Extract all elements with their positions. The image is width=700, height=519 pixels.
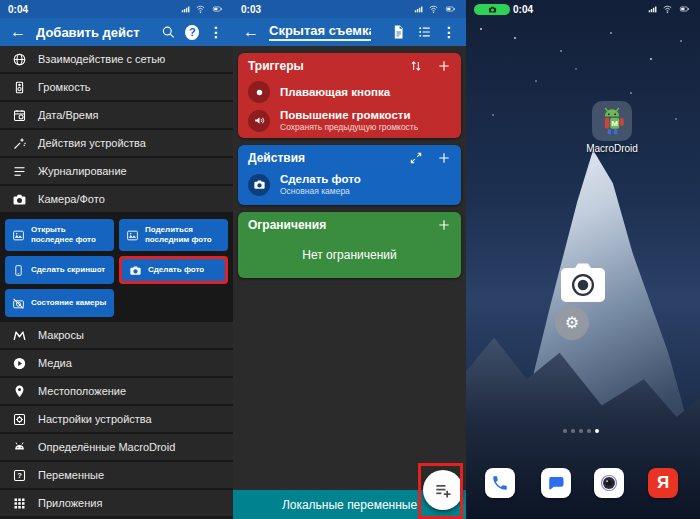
category-logging[interactable]: Журналирование [0,158,233,186]
page-dot [587,429,591,433]
battery-icon [677,4,692,14]
template-doc-icon[interactable] [391,24,406,40]
signal-icon [413,4,424,14]
photo-icon [12,229,25,242]
wifi-icon [662,4,673,14]
category-macros[interactable]: Макросы [0,322,233,350]
recording-camera-icon [488,5,497,14]
floating-camera-button[interactable] [558,261,608,305]
messages-app-icon[interactable] [541,468,571,498]
add-action-screen: 0:04 ← Добавить дейст… ? ⋮ Взаимодействи… [0,0,233,519]
location-icon [12,384,27,399]
category-camera-photo[interactable]: Камера/Фото [0,186,233,214]
category-macrodroid-specific[interactable]: Определённые MacroDroid [0,434,233,462]
page-title: Добавить дейст… [36,25,141,40]
take-photo-icon [129,264,142,277]
battery-icon [443,4,458,14]
list-view-icon[interactable] [417,24,432,40]
home-page-dots [563,429,599,433]
category-volume[interactable]: Громкость [0,74,233,102]
share-photo-icon [126,229,139,242]
action-category-list: Взаимодействие с сетью Громкость Дата/Вр… [0,46,233,519]
globe-icon [12,52,27,67]
floating-gear-button[interactable]: ⚙ [555,306,589,340]
search-icon[interactable] [161,24,175,40]
help-icon[interactable]: ? [185,25,199,40]
camera-recording-pill [474,4,510,15]
status-time: 0:04 [8,4,28,15]
page-dot-active [595,429,599,433]
category-device-settings[interactable]: Настройки устройства [0,406,233,434]
category-applications[interactable]: Приложения [0,490,233,518]
overflow-menu-icon[interactable]: ⋮ [442,25,456,39]
expand-icon[interactable] [409,151,423,165]
action-item-take-photo[interactable]: Сделать фото Основная камера [238,169,461,205]
camera-app-icon[interactable] [594,468,624,498]
add-action-icon[interactable] [437,151,451,165]
highlight-rectangle-fab [418,463,463,519]
camera-state-button[interactable]: Состояние камеры [5,289,114,317]
macro-m-icon [12,328,27,343]
camera-state-icon [12,297,25,310]
category-variables[interactable]: Переменные [0,462,233,490]
calendar-icon [12,108,27,123]
page-dot [563,429,567,433]
add-trigger-icon[interactable] [437,59,451,73]
open-last-photo-button[interactable]: Открыть последнее фото [5,219,114,251]
category-network[interactable]: Взаимодействие с сетью [0,46,233,74]
camera-icon [248,174,270,196]
media-play-icon [12,356,27,371]
wifi-icon [195,4,206,14]
take-photo-button[interactable]: Сделать фото [119,256,228,284]
page-dot [571,429,575,433]
macrodroid-app-label: MacroDroid [552,143,672,154]
overflow-menu-icon[interactable]: ⋮ [209,25,223,39]
wallpaper-stars [480,28,482,30]
yandex-app-icon[interactable]: Я [648,468,678,498]
actions-header: Действия [238,145,461,169]
battery-icon [210,4,225,14]
page-dot [579,429,583,433]
yandex-letter: Я [657,473,669,493]
add-constraint-icon[interactable] [437,218,451,232]
gear-icon: ⚙ [565,315,579,331]
sort-icon[interactable] [409,59,423,73]
back-arrow-icon[interactable]: ← [10,24,26,40]
camera-actions-grid: Открыть последнее фото Поделиться послед… [0,214,233,322]
camera-lens-icon [600,474,618,492]
magic-wand-icon [12,136,27,151]
macro-name-field[interactable]: Скрытая съемка [269,23,371,41]
signal-icon [180,4,191,14]
chat-bubble-icon [547,474,565,492]
macro-editor-body: Триггеры Плавающая кнопка Повышение гром… [233,46,466,519]
trigger-item-volume-up[interactable]: Повышение громкости Сохранять предыдущую… [238,109,461,138]
triggers-header: Триггеры [238,53,461,77]
category-media[interactable]: Медиа [0,350,233,378]
category-datetime[interactable]: Дата/Время [0,102,233,130]
wifi-icon [428,4,439,14]
status-bar-right: 0:04 [466,0,700,18]
log-lines-icon [12,164,27,179]
phone-app-icon[interactable] [485,468,515,498]
camera-icon [12,192,27,207]
variables-icon [12,468,27,483]
triggers-card: Триггеры Плавающая кнопка Повышение гром… [238,53,461,138]
actions-card: Действия Сделать фото Основная камера [238,145,461,205]
share-last-photo-button[interactable]: Поделиться последним фото [119,219,228,251]
app-bar-add-action: ← Добавить дейст… ? ⋮ [0,18,233,46]
trigger-item-floating-button[interactable]: Плавающая кнопка [238,77,461,109]
macrodroid-app-icon[interactable] [592,101,632,141]
take-screenshot-button[interactable]: Сделать скриншот [5,256,114,284]
status-bar-left: 0:04 [0,0,233,18]
phone-handset-icon [491,474,509,492]
apps-grid-icon [12,496,27,511]
category-location[interactable]: Местоположение [0,378,233,406]
back-arrow-icon[interactable]: ← [243,24,259,40]
status-time: 0:03 [241,4,261,15]
category-device-actions[interactable]: Действия устройства [0,130,233,158]
device-settings-icon [12,412,27,427]
no-constraints-text: Нет ограничений [238,236,461,278]
macro-editor-screen: 0:03 ← Скрытая съемка ⋮ Триггеры [233,0,466,519]
android-icon [12,440,27,455]
volume-up-icon [248,110,270,132]
